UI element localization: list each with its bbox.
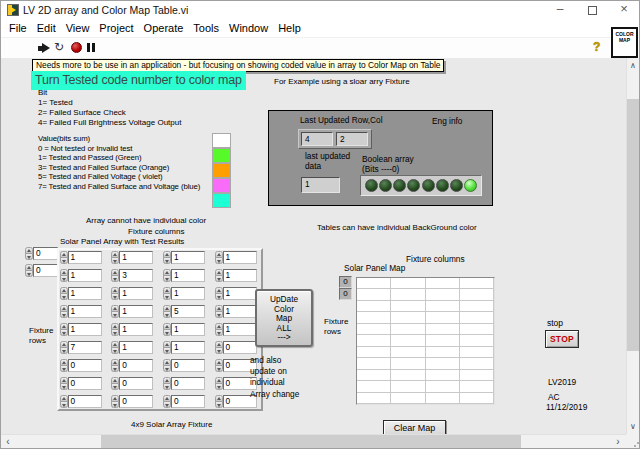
- scroll-right-arrow[interactable]: ›: [611, 435, 625, 449]
- menu-window[interactable]: Window: [224, 22, 273, 34]
- array-cell-r7c2[interactable]: 0: [119, 359, 153, 372]
- array-cell-spinner[interactable]: [215, 287, 223, 300]
- array-cell-spinner[interactable]: [60, 305, 68, 318]
- menu-tools[interactable]: Tools: [188, 22, 224, 34]
- menu-help[interactable]: Help: [273, 22, 306, 34]
- array-cell-spinner[interactable]: [111, 359, 119, 372]
- context-help-icon[interactable]: ?: [593, 40, 600, 54]
- map-cell[interactable]: [357, 278, 391, 289]
- array-cell-r2c3[interactable]: 1: [171, 269, 205, 282]
- array-cell-spinner[interactable]: [111, 395, 119, 408]
- array-cell-r3c4[interactable]: 1: [223, 287, 257, 300]
- map-cell[interactable]: [391, 289, 425, 300]
- map-cell[interactable]: [391, 358, 425, 369]
- update-color-map-button[interactable]: UpDate Color Map ALL --->: [255, 289, 313, 347]
- map-cell[interactable]: [460, 381, 494, 392]
- map-cell[interactable]: [426, 370, 460, 381]
- map-cell[interactable]: [460, 335, 494, 346]
- array-cell-r5c4[interactable]: 1: [223, 323, 257, 336]
- array-cell-spinner[interactable]: [60, 251, 68, 264]
- array-cell-r7c3[interactable]: 0: [171, 359, 205, 372]
- map-cell[interactable]: [426, 381, 460, 392]
- array-row-index-spinner[interactable]: [25, 247, 33, 260]
- maximize-button[interactable]: [579, 1, 605, 19]
- map-cell[interactable]: [426, 335, 460, 346]
- map-cell[interactable]: [391, 347, 425, 358]
- close-button[interactable]: ×: [611, 1, 637, 19]
- map-cell[interactable]: [357, 301, 391, 312]
- map-cell[interactable]: [391, 393, 425, 404]
- map-cell[interactable]: [391, 312, 425, 323]
- map-cell[interactable]: [460, 370, 494, 381]
- array-cell-spinner[interactable]: [60, 341, 68, 354]
- resize-grip[interactable]: [626, 434, 639, 449]
- array-cell-r6c3[interactable]: 1: [171, 341, 205, 354]
- map-cell[interactable]: [460, 393, 494, 404]
- run-continuous-button[interactable]: ↻: [54, 40, 64, 54]
- menu-view[interactable]: View: [61, 22, 95, 34]
- scroll-down-arrow[interactable]: ∨: [627, 419, 639, 434]
- array-cell-r8c3[interactable]: 0: [171, 377, 205, 390]
- map-cell[interactable]: [460, 289, 494, 300]
- map-cell[interactable]: [357, 312, 391, 323]
- array-cell-spinner[interactable]: [60, 323, 68, 336]
- array-cell-spinner[interactable]: [163, 251, 171, 264]
- map-cell[interactable]: [391, 335, 425, 346]
- pause-button[interactable]: [87, 43, 95, 52]
- horizontal-scrollbar[interactable]: ‹ ›: [1, 434, 628, 449]
- array-cell-r3c1[interactable]: 1: [68, 287, 102, 300]
- map-cell[interactable]: [426, 301, 460, 312]
- map-cell[interactable]: [460, 358, 494, 369]
- array-cell-r1c3[interactable]: 1: [171, 251, 205, 264]
- array-cell-spinner[interactable]: [60, 287, 68, 300]
- map-cell[interactable]: [357, 393, 391, 404]
- array-cell-r6c4[interactable]: 0: [223, 341, 257, 354]
- array-cell-spinner[interactable]: [163, 323, 171, 336]
- array-cell-r4c2[interactable]: 1: [119, 305, 153, 318]
- array-cell-spinner[interactable]: [215, 341, 223, 354]
- map-cell[interactable]: [460, 312, 494, 323]
- array-cell-spinner[interactable]: [163, 341, 171, 354]
- map-cell[interactable]: [426, 289, 460, 300]
- map-cell[interactable]: [426, 347, 460, 358]
- array-cell-r9c3[interactable]: 0: [171, 395, 205, 408]
- map-cell[interactable]: [357, 324, 391, 335]
- vertical-scrollbar[interactable]: ∧ ∨: [626, 58, 639, 434]
- array-cell-spinner[interactable]: [215, 377, 223, 390]
- array-cell-r1c4[interactable]: 1: [223, 251, 257, 264]
- array-cell-spinner[interactable]: [163, 395, 171, 408]
- array-cell-spinner[interactable]: [111, 323, 119, 336]
- map-cell[interactable]: [357, 370, 391, 381]
- array-cell-r8c1[interactable]: 0: [68, 377, 102, 390]
- array-cell-spinner[interactable]: [111, 251, 119, 264]
- array-cell-r5c1[interactable]: 1: [68, 323, 102, 336]
- array-cell-r8c2[interactable]: 0: [119, 377, 153, 390]
- array-cell-spinner[interactable]: [215, 305, 223, 318]
- stop-button[interactable]: STOP: [545, 330, 579, 348]
- array-cell-r4c3[interactable]: 5: [171, 305, 205, 318]
- array-cell-spinner[interactable]: [163, 377, 171, 390]
- array-cell-spinner[interactable]: [60, 395, 68, 408]
- array-cell-spinner[interactable]: [163, 269, 171, 282]
- array-cell-spinner[interactable]: [215, 269, 223, 282]
- map-cell[interactable]: [426, 312, 460, 323]
- solar-panel-map-table[interactable]: [356, 277, 495, 405]
- horizontal-scroll-thumb[interactable]: [101, 435, 521, 449]
- array-col-index-spinner[interactable]: [25, 264, 33, 277]
- menu-edit[interactable]: Edit: [32, 22, 61, 34]
- map-cell[interactable]: [426, 358, 460, 369]
- array-cell-spinner[interactable]: [163, 305, 171, 318]
- array-cell-spinner[interactable]: [111, 305, 119, 318]
- array-cell-r7c1[interactable]: 0: [68, 359, 102, 372]
- menu-file[interactable]: File: [4, 22, 32, 34]
- map-cell[interactable]: [391, 381, 425, 392]
- array-cell-r5c3[interactable]: 1: [171, 323, 205, 336]
- map-col-index[interactable]: 0: [339, 288, 352, 300]
- map-cell[interactable]: [357, 381, 391, 392]
- array-cell-r4c4[interactable]: 1: [223, 305, 257, 318]
- map-cell[interactable]: [357, 289, 391, 300]
- array-cell-spinner[interactable]: [111, 269, 119, 282]
- array-cell-spinner[interactable]: [163, 359, 171, 372]
- array-cell-r3c2[interactable]: 1: [119, 287, 153, 300]
- array-col-index[interactable]: 0: [33, 264, 58, 277]
